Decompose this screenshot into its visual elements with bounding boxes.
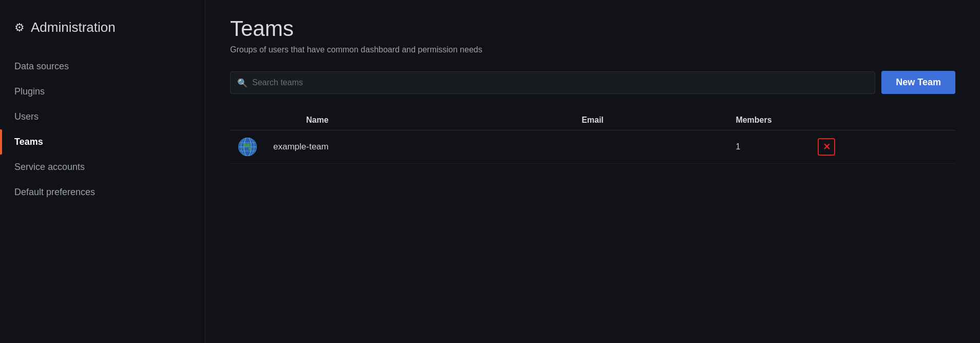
gear-icon: ⚙: [14, 21, 25, 34]
team-members-cell: 1: [727, 130, 809, 164]
col-header-name: Name: [265, 110, 573, 130]
sidebar-item-default-preferences[interactable]: Default preferences: [0, 180, 205, 205]
col-header-avatar: [230, 110, 265, 130]
team-name-cell[interactable]: example-team: [265, 130, 573, 164]
page-subtitle: Groups of users that have common dashboa…: [230, 45, 955, 54]
sidebar-title: Administration: [31, 20, 116, 35]
teams-table: Name Email Members: [230, 110, 955, 164]
search-icon: 🔍: [237, 78, 248, 87]
team-email-cell: [573, 130, 727, 164]
team-avatar: [238, 138, 257, 156]
sidebar: ⚙ Administration Data sources Plugins Us…: [0, 0, 205, 343]
sidebar-item-data-sources[interactable]: Data sources: [0, 54, 205, 79]
sidebar-item-teams[interactable]: Teams: [0, 129, 205, 155]
sidebar-item-users[interactable]: Users: [0, 104, 205, 129]
table-header-row: Name Email Members: [230, 110, 955, 130]
delete-team-button[interactable]: ✕: [818, 138, 835, 156]
new-team-button[interactable]: New Team: [881, 71, 955, 94]
sidebar-item-plugins[interactable]: Plugins: [0, 79, 205, 104]
col-header-email: Email: [573, 110, 727, 130]
main-content: Teams Groups of users that have common d…: [205, 0, 980, 343]
col-header-actions: [809, 110, 955, 130]
search-wrapper: 🔍: [230, 71, 875, 94]
team-delete-cell: ✕: [809, 130, 955, 164]
page-title: Teams: [230, 16, 955, 41]
col-header-members: Members: [727, 110, 809, 130]
table-row: example-team 1 ✕: [230, 130, 955, 164]
team-avatar-cell: [230, 130, 265, 164]
globe-avatar-svg: [238, 138, 257, 156]
search-row: 🔍 New Team: [230, 71, 955, 94]
sidebar-nav: Data sources Plugins Users Teams Service…: [0, 54, 205, 205]
sidebar-item-service-accounts[interactable]: Service accounts: [0, 155, 205, 180]
search-input[interactable]: [230, 71, 875, 94]
sidebar-header: ⚙ Administration: [0, 10, 205, 54]
